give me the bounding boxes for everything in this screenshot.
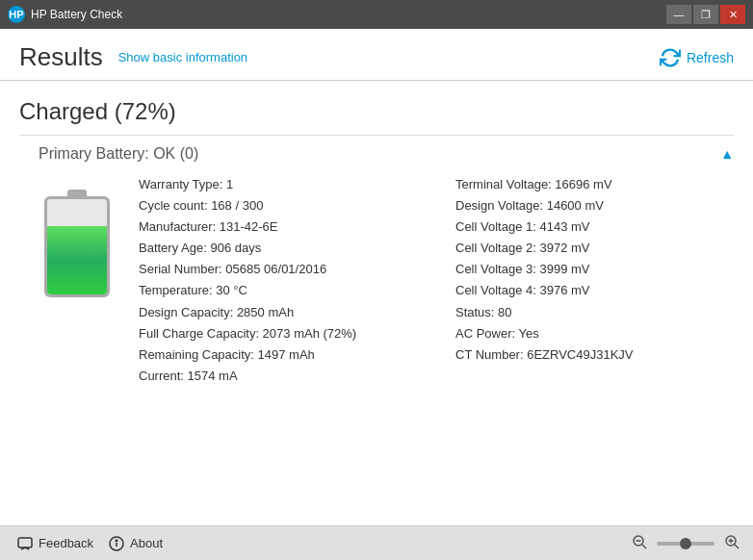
info-row: Remaining Capacity: 1497 mAh <box>139 344 417 366</box>
app-icon: HP <box>8 6 25 23</box>
right-info-col: Terminal Voltage: 16696 mVDesign Voltage… <box>455 174 734 387</box>
zoom-out-button[interactable] <box>628 532 651 555</box>
zoom-thumb <box>680 538 691 549</box>
info-row: Cell Voltage 2: 3972 mV <box>455 238 734 259</box>
zoom-slider[interactable] <box>657 542 714 546</box>
feedback-label: Feedback <box>39 536 93 550</box>
info-row: Serial Number: 05685 06/01/2016 <box>139 259 417 280</box>
info-row: Manufacturer: 131-42-6E <box>139 216 417 238</box>
title-bar: HP HP Battery Check — ❐ ✕ <box>0 0 753 29</box>
about-label: About <box>130 536 163 550</box>
info-columns: Warranty Type: 1Cycle count: 168 / 300Ma… <box>139 174 734 387</box>
info-row: Cell Voltage 4: 3976 mV <box>455 280 734 301</box>
battery-fill <box>47 226 107 294</box>
svg-line-5 <box>642 545 646 548</box>
svg-line-8 <box>735 545 739 548</box>
refresh-button[interactable]: Refresh <box>660 47 734 68</box>
window-controls: — ❐ ✕ <box>666 5 745 24</box>
left-info-col: Warranty Type: 1Cycle count: 168 / 300Ma… <box>139 174 417 387</box>
info-row: Current: 1574 mA <box>139 366 417 387</box>
main-area: Results Show basic information Refresh C… <box>0 29 753 560</box>
svg-rect-0 <box>18 538 32 547</box>
info-row: Cell Voltage 1: 4143 mV <box>455 216 734 238</box>
battery-outer <box>44 196 110 297</box>
zoom-controls <box>628 532 743 555</box>
feedback-button[interactable]: Feedback <box>10 532 101 555</box>
charge-status: Charged (72%) <box>19 98 734 136</box>
refresh-icon <box>660 47 681 68</box>
window-title: HP Battery Check <box>31 8 666 21</box>
battery-header: Primary Battery: OK (0) ▲ <box>19 145 734 163</box>
info-row: Full Charge Capacity: 2073 mAh (72%) <box>139 323 417 344</box>
info-row: Design Capacity: 2850 mAh <box>139 302 417 323</box>
about-icon <box>109 536 124 551</box>
info-row: Status: 80 <box>455 302 734 323</box>
battery-graphic <box>39 182 116 297</box>
svg-point-3 <box>116 540 117 541</box>
minimize-button[interactable]: — <box>666 5 691 24</box>
info-row: Warranty Type: 1 <box>139 174 417 195</box>
results-title: Results <box>19 42 103 72</box>
refresh-label: Refresh <box>687 50 734 65</box>
show-basic-link[interactable]: Show basic information <box>118 50 660 64</box>
header: Results Show basic information Refresh <box>0 29 753 81</box>
bottom-bar: Feedback About <box>0 525 753 560</box>
content-area: Charged (72%) Primary Battery: OK (0) ▲ <box>0 81 753 525</box>
close-button[interactable]: ✕ <box>720 5 745 24</box>
info-row: Terminal Voltage: 16696 mV <box>455 174 734 195</box>
battery-label: Primary Battery: OK (0) <box>39 145 198 163</box>
info-row: Design Voltage: 14600 mV <box>455 195 734 216</box>
zoom-in-button[interactable] <box>720 532 743 555</box>
info-row: Battery Age: 906 days <box>139 238 417 259</box>
about-button[interactable]: About <box>101 532 170 555</box>
restore-button[interactable]: ❐ <box>693 5 718 24</box>
collapse-icon[interactable]: ▲ <box>720 146 734 162</box>
battery-detail: Warranty Type: 1Cycle count: 168 / 300Ma… <box>39 174 734 387</box>
info-row: Temperature: 30 °C <box>139 280 417 301</box>
info-row: CT Number: 6EZRVC49J31KJV <box>455 344 734 366</box>
info-row: Cycle count: 168 / 300 <box>139 195 417 216</box>
feedback-icon <box>17 536 33 551</box>
info-row: Cell Voltage 3: 3999 mV <box>455 259 734 280</box>
battery-section: Primary Battery: OK (0) ▲ Warranty Type:… <box>19 145 734 387</box>
info-row: AC Power: Yes <box>455 323 734 344</box>
